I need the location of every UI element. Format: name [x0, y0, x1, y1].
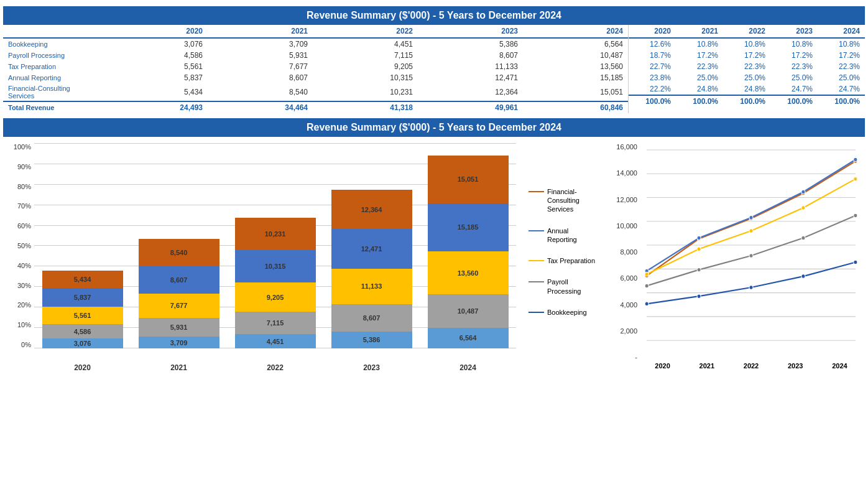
row-value: 5,386 [418, 38, 523, 50]
total-pct-row: 100.0%100.0%100.0%100.0%100.0% [629, 95, 865, 107]
pct-value: 17.2% [818, 50, 865, 61]
row-value: 8,607 [208, 72, 313, 83]
y-axis-label: 50% [17, 242, 31, 249]
row-value: 5,434 [103, 83, 208, 101]
total-label: Total Revenue [3, 101, 103, 113]
row-value: 10,487 [523, 50, 628, 61]
col-2023: 2023 [418, 25, 523, 38]
bar-segment-payroll: 10,487 [428, 294, 509, 327]
line-y-label: 10,000 [616, 222, 637, 230]
line-x-label: 2023 [773, 362, 818, 370]
bar-segment-tax: 5,561 [42, 307, 123, 324]
line-y-label: 6,000 [620, 274, 637, 282]
total-row: Total Revenue24,49334,46441,31849,96160,… [3, 101, 628, 113]
row-value: 10,315 [313, 72, 418, 83]
pct-value: 10.8% [723, 38, 770, 50]
pct-value: 22.3% [818, 61, 865, 72]
line-y-label: 16,000 [616, 143, 637, 151]
legend-item: Annual Reporting [529, 226, 609, 244]
line-svg [640, 143, 862, 361]
pct-col-2024: 2024 [818, 25, 865, 38]
line-x-label: 2021 [685, 362, 729, 370]
bar-stack: 4,4517,1159,20510,31510,231 [235, 218, 316, 348]
bar-x-label: 2020 [34, 361, 131, 372]
bar-x-label: 2022 [227, 361, 323, 372]
line-x-label: 2024 [818, 362, 862, 370]
table-wrapper: 2020 2021 2022 2023 2024 Bookkeeping3,07… [3, 25, 865, 113]
pct-col-2020: 2020 [629, 25, 676, 38]
total-value: 24,493 [103, 101, 208, 113]
bar-segment-annual: 10,315 [235, 250, 316, 283]
col-2024: 2024 [523, 25, 628, 38]
line-y-label: 4,000 [620, 301, 637, 309]
total-pct: 100.0% [723, 95, 770, 107]
bar-segment-financial: 12,364 [331, 190, 412, 229]
pct-value: 25.0% [770, 72, 818, 83]
pct-value: 22.3% [676, 61, 723, 72]
row-value: 12,364 [418, 83, 523, 101]
col-2021: 2021 [208, 25, 313, 38]
bar-chart-area: 100%90%80%70%60%50%40%30%20%10%0% 3,0764… [6, 143, 516, 372]
bar-group: 3,0764,5865,5615,8375,434 [34, 143, 131, 348]
line-chart-inner: Financial- Consulting ServicesAnnual Rep… [522, 143, 862, 361]
pct-row: 22.7%22.3%22.3%22.3%22.3% [629, 61, 865, 72]
table-left: 2020 2021 2022 2023 2024 Bookkeeping3,07… [3, 25, 629, 113]
line-y-label: 2,000 [620, 327, 637, 335]
total-value: 34,464 [208, 101, 313, 113]
pct-value: 24.8% [676, 83, 723, 95]
total-pct: 100.0% [629, 95, 676, 107]
line-y-label: 8,000 [620, 248, 637, 256]
revenue-table: 2020 2021 2022 2023 2024 Bookkeeping3,07… [3, 25, 628, 113]
pct-row: 22.2%24.8%24.8%24.7%24.7% [629, 83, 865, 95]
row-label: Annual Reporting [3, 72, 103, 83]
bar-segment-payroll: 7,115 [235, 312, 316, 334]
line-y-label: 12,000 [616, 196, 637, 203]
row-value: 12,471 [418, 72, 523, 83]
bars-row: 3,0764,5865,5615,8375,4343,7095,9317,677… [34, 143, 516, 348]
pct-value: 25.0% [818, 72, 865, 83]
legend-item: Tax Preparation [529, 256, 609, 265]
pct-value: 25.0% [723, 72, 770, 83]
pct-row: 12.6%10.8%10.8%10.8%10.8% [629, 38, 865, 50]
line-x-label: 2022 [729, 362, 773, 370]
svg-point-15 [697, 236, 701, 240]
bar-segment-bookkeeping: 6,564 [428, 328, 509, 348]
bar-group: 5,3868,60711,13312,47112,364 [323, 143, 420, 348]
svg-point-16 [749, 215, 753, 220]
pct-value: 17.2% [723, 50, 770, 61]
bar-plot: 3,0764,5865,5615,8375,4343,7095,9317,677… [34, 143, 516, 361]
row-value: 4,586 [103, 50, 208, 61]
bar-segment-financial: 15,051 [428, 156, 509, 203]
pct-value: 24.8% [723, 83, 770, 95]
row-value: 3,076 [103, 38, 208, 50]
bar-x-label: 2021 [131, 361, 227, 372]
bar-segment-bookkeeping: 5,386 [331, 332, 412, 348]
legend-area: Financial- Consulting ServicesAnnual Rep… [522, 143, 609, 361]
svg-point-27 [801, 236, 805, 240]
pct-value: 12.6% [629, 38, 676, 50]
bar-segment-payroll: 5,931 [139, 318, 219, 337]
pct-value: 18.7% [629, 50, 676, 61]
bar-segment-bookkeeping: 4,451 [235, 334, 316, 348]
row-value: 15,185 [523, 72, 628, 83]
total-value: 49,961 [418, 101, 523, 113]
y-axis-label: 30% [17, 282, 31, 289]
svg-point-31 [749, 286, 753, 290]
table-row: Tax Preparation5,5617,6779,20511,13313,5… [3, 61, 628, 72]
pct-value: 17.2% [770, 50, 818, 61]
bar-x-label: 2023 [323, 361, 420, 372]
pct-value: 23.8% [629, 72, 676, 83]
svg-point-32 [801, 274, 805, 279]
legend-line [529, 191, 544, 192]
pct-value: 17.2% [676, 50, 723, 61]
pct-col-2021: 2021 [676, 25, 723, 38]
svg-point-30 [697, 294, 701, 299]
row-value: 13,560 [523, 61, 628, 72]
y-axis-label: 80% [17, 183, 31, 190]
line-y-axis: 16,00014,00012,00010,0008,0006,0004,0002… [609, 143, 640, 361]
col-service [3, 25, 103, 38]
pct-col-2022: 2022 [723, 25, 770, 38]
svg-point-22 [801, 206, 805, 210]
table-header: Revenue Summary ($'000) - 5 Years to Dec… [3, 6, 865, 25]
svg-point-24 [645, 284, 649, 288]
